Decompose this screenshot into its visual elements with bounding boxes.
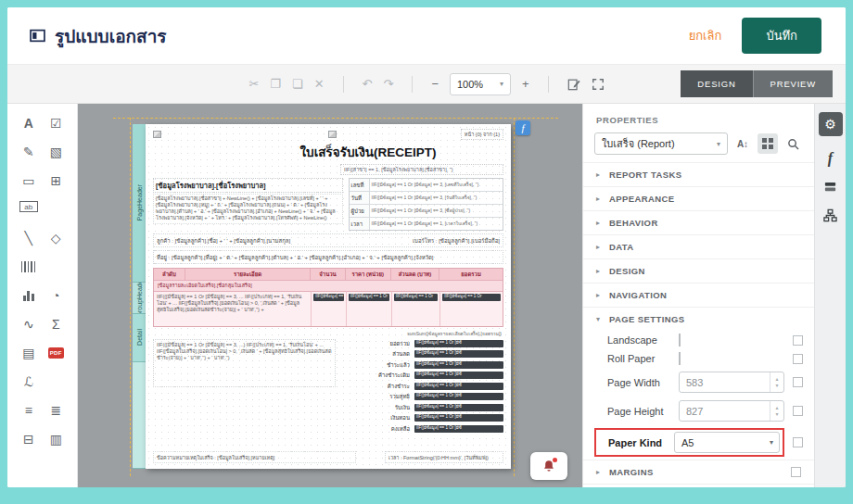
info-value-field[interactable]: IIF([มีข้อมูล] == 1 Or [มีข้อมูล] == 3, … bbox=[370, 179, 503, 191]
character-comb-tool-icon[interactable]: ab bbox=[19, 201, 38, 212]
report-title-field[interactable]: ใบเสร็จรับเงิน(RECEIPT) bbox=[233, 140, 503, 164]
branch-expression-field[interactable]: IIF([สาขา] == 1, [ข้อมูลโรงพยาบาล].[ชื่อ… bbox=[340, 164, 503, 175]
property-marker-checkbox[interactable] bbox=[791, 467, 801, 477]
table-header-cell[interactable]: ยอดรวม bbox=[439, 269, 503, 280]
summary-row[interactable]: รวมสุทธิIIF([มีข้อมูล] == 1 Or [มีข้ bbox=[343, 392, 503, 401]
summary-row[interactable]: ค้างชำระเดิมIIF([มีข้อมูล] == 1 Or [มีข้ bbox=[343, 371, 503, 380]
redo-icon[interactable]: ↷ bbox=[383, 78, 393, 90]
table-header-cell[interactable]: ลำดับ bbox=[154, 269, 185, 280]
spinner-icon[interactable]: ▴▾ bbox=[770, 372, 783, 392]
page-info-tool-icon[interactable]: ▤ bbox=[19, 345, 38, 361]
band-footer[interactable] bbox=[133, 362, 146, 469]
richtext-tool-icon[interactable]: ✎ bbox=[19, 144, 38, 160]
table-header-cell[interactable]: รายละเอียด bbox=[185, 269, 311, 280]
label-tool-icon[interactable]: A bbox=[19, 115, 38, 132]
roll-paper-checkbox[interactable] bbox=[679, 352, 681, 365]
band-group-header[interactable]: GroupHeader bbox=[133, 283, 146, 313]
section-appearance[interactable]: ▸APPEARANCE bbox=[583, 186, 814, 210]
gauge-tool-icon[interactable]: ◔ bbox=[46, 287, 65, 304]
zoom-out-button[interactable]: − bbox=[431, 78, 439, 90]
tab-design[interactable]: DESIGN bbox=[681, 70, 752, 97]
footer-note-field[interactable]: ข้อความหมายเหตุใบเสร็จ : [ข้อมูลใบเสร็จ]… bbox=[153, 451, 356, 463]
cross-band-tool-icon[interactable]: ▥ bbox=[46, 431, 65, 447]
barcode-tool-icon[interactable] bbox=[19, 258, 38, 275]
table-header-cell[interactable]: ราคา (หน่วย) bbox=[346, 269, 391, 280]
property-marker-checkbox[interactable] bbox=[793, 377, 803, 387]
expression-f-button[interactable]: f bbox=[516, 120, 530, 135]
page-number-field[interactable]: หน้า {0} จาก {1} bbox=[461, 129, 503, 140]
detail-cell[interactable]: IIF([มีข้อมูล] == 1 Or bbox=[346, 291, 391, 326]
toc-tool-icon[interactable]: ≣ bbox=[46, 402, 65, 419]
section-margins[interactable]: ▸MARGINS bbox=[583, 460, 814, 484]
undo-icon[interactable]: ↶ bbox=[363, 78, 373, 90]
hospital-info-field[interactable]: [ข้อมูลโรงพยาบาล].[ชื่อโรงพยาบาล] [ข้อมู… bbox=[153, 178, 343, 231]
table-header-cell[interactable]: ส่วนลด (บาท) bbox=[391, 269, 440, 280]
info-row[interactable]: ผู้ป่วย IIF([มีข้อมูล] == 1 Or [มีข้อมูล… bbox=[350, 205, 503, 218]
property-marker-checkbox[interactable] bbox=[793, 335, 803, 346]
group-band-field[interactable]: [ข้อมูลรายละเอียดใบเสร็จ].[ชื่อกลุ่มใบเส… bbox=[154, 280, 503, 291]
payment-expression-field[interactable]: IIF(([มีข้อมูล] == 1 Or [มีข้อมูล] == 3,… bbox=[153, 339, 336, 387]
customer-line-field[interactable]: ลูกค้า : [ข้อมูลลูกค้า].[ชื่อ] + ' ' + [… bbox=[153, 233, 503, 247]
picture-box[interactable] bbox=[153, 131, 161, 138]
sort-az-icon[interactable]: A↕ bbox=[732, 133, 753, 154]
band-detail[interactable]: Detail bbox=[133, 314, 146, 362]
summary-row[interactable]: ชำระแล้วIIF([มีข้อมูล] == 1 Or [มีข้ bbox=[343, 360, 503, 370]
info-row[interactable]: เลขที่ IIF([มีข้อมูล] == 1 Or [มีข้อมูล]… bbox=[350, 179, 503, 192]
property-marker-checkbox[interactable] bbox=[793, 354, 803, 364]
element-selector-dropdown[interactable]: ใบเสร็จ (Report) ▾ bbox=[594, 132, 728, 155]
signature-tool-icon[interactable]: ℒ bbox=[19, 373, 38, 390]
section-design[interactable]: ▸DESIGN bbox=[583, 258, 814, 283]
page-width-input[interactable]: 583 ▴▾ bbox=[679, 372, 784, 393]
pdf-content-tool-icon[interactable]: PDF bbox=[46, 345, 65, 361]
zoom-in-button[interactable]: + bbox=[522, 78, 529, 90]
cut-icon[interactable]: ✂ bbox=[248, 78, 259, 90]
table-header-cell[interactable]: จำนวน bbox=[311, 269, 346, 280]
info-row[interactable]: เวลา IIF([มีข้อมูล] == 1 Or [มีข้อมูล] =… bbox=[350, 218, 503, 230]
landscape-checkbox[interactable] bbox=[679, 334, 681, 346]
band-page-header[interactable]: PageHeader bbox=[133, 124, 146, 283]
property-grid-view-icon[interactable] bbox=[758, 133, 778, 154]
chart-tool-icon[interactable] bbox=[19, 287, 38, 304]
spinner-icon[interactable]: ▴▾ bbox=[770, 401, 783, 421]
line-tool-icon[interactable]: ╲ bbox=[19, 230, 38, 246]
copy-icon[interactable]: ❐ bbox=[270, 78, 281, 90]
info-row[interactable]: วันที่ IIF([มีข้อมูล] == 1 Or [มีข้อมูล]… bbox=[350, 192, 503, 205]
page-break-tool-icon[interactable]: ⊟ bbox=[19, 431, 38, 447]
property-marker-checkbox[interactable] bbox=[793, 406, 803, 416]
section-behavior[interactable]: ▸BEHAVIOR bbox=[583, 210, 814, 234]
sum-expression-text[interactable]: sumSum([ข้อมูลรายละเอียดใบเสร็จ].[ยอดรวม… bbox=[153, 330, 502, 337]
panel-tool-icon[interactable]: ▭ bbox=[19, 172, 38, 189]
page-height-input[interactable]: 827 ▴▾ bbox=[679, 400, 784, 422]
summary-row[interactable]: เงินทอนIIF([มีข้อมูล] == 1 Or [มีข้ bbox=[343, 413, 503, 422]
notifications-button[interactable] bbox=[530, 452, 567, 480]
delete-icon[interactable]: ✕ bbox=[314, 78, 325, 90]
save-button[interactable]: บันทึก bbox=[742, 18, 821, 54]
report-explorer-icon[interactable] bbox=[823, 208, 837, 222]
detail-cell[interactable]: IIF([มีข้อมูล] == 1 Or bbox=[311, 291, 346, 326]
field-list-icon[interactable] bbox=[823, 181, 837, 195]
zoom-level-dropdown[interactable]: 100% ▾ bbox=[450, 73, 511, 95]
property-marker-checkbox[interactable] bbox=[793, 437, 803, 447]
search-icon[interactable] bbox=[783, 133, 803, 154]
shape-tool-icon[interactable]: ◇ bbox=[46, 230, 65, 246]
settings-gear-icon[interactable]: ⚙ bbox=[819, 112, 843, 136]
section-default-printer-settings[interactable]: ▸USING SETTINGS OF THE DEFAULT PRINTER bbox=[583, 484, 814, 487]
section-report-tasks[interactable]: ▸REPORT TASKS bbox=[583, 162, 814, 186]
table-tool-icon[interactable]: ⊞ bbox=[46, 172, 65, 189]
section-navigation[interactable]: ▸NAVIGATION bbox=[583, 283, 814, 307]
subreport-tool-icon[interactable]: ≡ bbox=[19, 402, 38, 419]
paste-icon[interactable]: ❏ bbox=[292, 78, 303, 90]
detail-cell[interactable]: IIF([มีข้อมูล] == 1 Or bbox=[391, 291, 440, 326]
tab-preview[interactable]: PREVIEW bbox=[753, 70, 833, 97]
detail-expression-field[interactable]: IIF(([มีข้อมูล] == 1 Or [มีข้อมูล] == 3,… bbox=[154, 291, 311, 326]
section-data[interactable]: ▸DATA bbox=[583, 234, 814, 258]
paper-kind-dropdown[interactable]: A5 ▾ bbox=[674, 432, 780, 453]
summary-row[interactable]: คงเหลือIIF([มีข้อมูล] == 1 Or [มีข้ bbox=[343, 424, 503, 434]
info-value-field[interactable]: IIF([มีข้อมูล] == 1 Or [มีข้อมูล] == 3, … bbox=[370, 205, 503, 217]
pivot-grid-tool-icon[interactable]: Σ bbox=[46, 316, 65, 333]
summary-row[interactable]: ส่วนลดIIF([มีข้อมูล] == 1 Or [มีข้ bbox=[343, 349, 503, 359]
summary-row[interactable]: รับเงินIIF([มีข้อมูล] == 1 Or [มีข้ bbox=[343, 403, 503, 412]
cancel-button[interactable]: ยกเลิก bbox=[689, 26, 722, 45]
fullscreen-icon[interactable] bbox=[592, 78, 605, 91]
hospital-name-field[interactable]: [ข้อมูลโรงพยาบาล].[ชื่อโรงพยาบาล] bbox=[153, 178, 343, 193]
